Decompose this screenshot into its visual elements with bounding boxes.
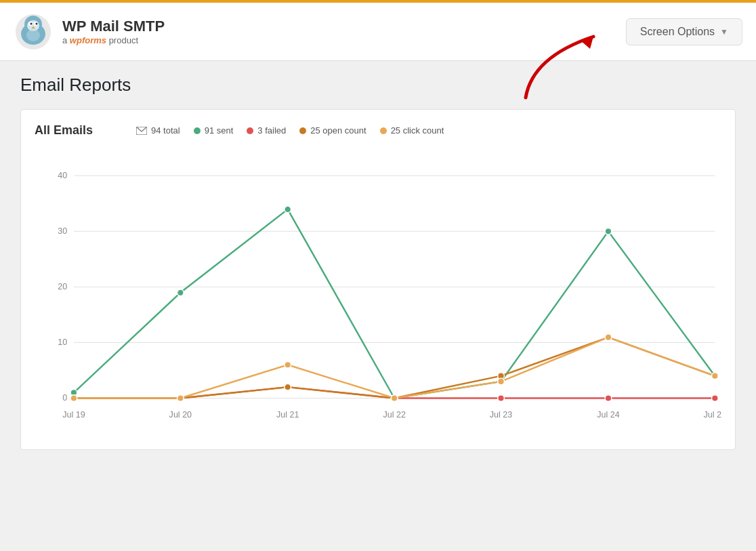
svg-text:Jul 19: Jul 19	[62, 410, 85, 420]
svg-point-54	[498, 378, 505, 385]
legend-item-open-count: 25 open count	[299, 125, 366, 136]
legend-item-failed: 3 failed	[247, 125, 286, 136]
svg-point-31	[285, 206, 291, 213]
svg-point-30	[177, 289, 184, 296]
legend-label-total: 94 total	[151, 125, 180, 136]
svg-text:20: 20	[58, 282, 67, 291]
svg-point-9	[26, 29, 40, 41]
svg-point-41	[605, 395, 612, 402]
svg-point-42	[712, 395, 719, 402]
chevron-down-icon: ▼	[720, 27, 728, 37]
brand-name: WP Mail SMTP	[62, 18, 165, 35]
svg-text:Jul 20: Jul 20	[169, 410, 192, 420]
svg-text:40: 40	[58, 171, 67, 180]
svg-point-51	[177, 395, 184, 402]
legend-dot-sent	[194, 127, 201, 134]
legend-label-click-count: 25 click count	[391, 125, 444, 136]
chart-container: 0 10 20 30 40 Jul 19 Jul 20 Jul 21 Jul 2…	[35, 151, 721, 436]
envelope-icon	[136, 127, 147, 135]
svg-text:Jul 24: Jul 24	[597, 410, 620, 420]
svg-text:Jul 25: Jul 25	[704, 410, 721, 420]
legend-item-sent: 91 sent	[194, 125, 234, 136]
wpforms-brand: wpforms	[70, 35, 106, 45]
chart-legend: 94 total 91 sent 3 failed 25 open count	[136, 125, 444, 136]
svg-text:Jul 23: Jul 23	[490, 410, 513, 420]
svg-point-56	[712, 373, 719, 380]
section-title: All Emails	[35, 123, 116, 138]
brand-text: WP Mail SMTP a wpforms product	[62, 18, 165, 45]
legend-item-total: 94 total	[136, 125, 180, 136]
legend-dot-failed	[247, 127, 253, 134]
svg-point-53	[391, 395, 398, 402]
legend-label-sent: 91 sent	[205, 125, 234, 136]
screen-options-button[interactable]: Screen Options ▼	[626, 18, 742, 45]
legend-label-open-count: 25 open count	[310, 125, 366, 136]
top-bar: WP Mail SMTP a wpforms product Screen Op…	[0, 0, 756, 61]
svg-text:30: 30	[58, 226, 67, 236]
email-chart: 0 10 20 30 40 Jul 19 Jul 20 Jul 21 Jul 2…	[35, 151, 721, 436]
legend-dot-click-count	[380, 127, 387, 134]
svg-text:Jul 21: Jul 21	[276, 410, 299, 420]
svg-point-45	[285, 384, 291, 390]
svg-point-40	[498, 395, 505, 402]
email-reports-section: All Emails 94 total 91 sent	[20, 109, 736, 450]
page-title: Email Reports	[20, 75, 736, 96]
svg-text:0: 0	[62, 393, 67, 403]
svg-text:10: 10	[58, 338, 67, 347]
legend-item-click-count: 25 click count	[380, 125, 444, 136]
svg-point-34	[605, 228, 612, 234]
svg-marker-10	[580, 37, 593, 49]
legend-label-failed: 3 failed	[257, 125, 286, 136]
section-header: All Emails 94 total 91 sent	[35, 123, 721, 138]
svg-text:Jul 22: Jul 22	[383, 410, 406, 420]
brand-subtitle: a wpforms product	[62, 35, 165, 45]
logo-area: WP Mail SMTP a wpforms product	[14, 12, 165, 52]
content-area: Email Reports All Emails 94 total 91 sen…	[0, 61, 756, 464]
svg-point-50	[70, 395, 77, 402]
screen-options-label: Screen Options	[640, 26, 715, 38]
svg-point-52	[285, 361, 291, 368]
legend-dot-open-count	[299, 127, 306, 134]
svg-point-6	[30, 22, 33, 24]
logo-icon	[14, 12, 53, 52]
svg-point-55	[605, 334, 612, 341]
svg-point-7	[36, 22, 38, 24]
